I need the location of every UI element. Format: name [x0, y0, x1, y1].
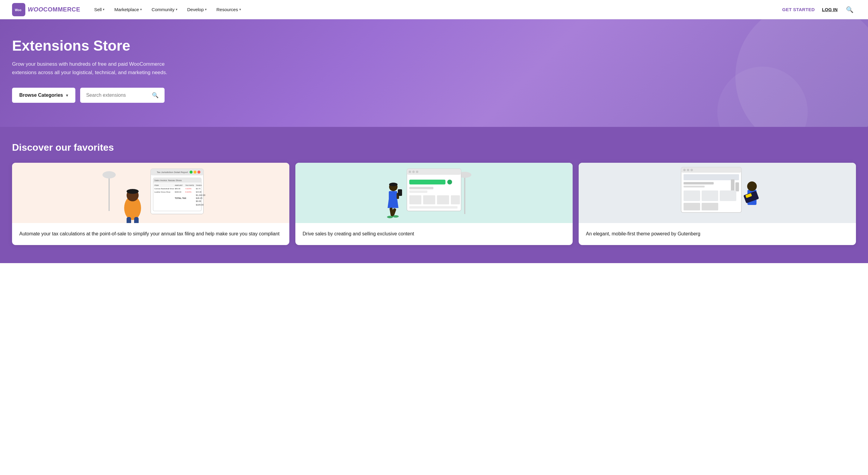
svg-text:TAX RATE: TAX RATE — [185, 185, 194, 186]
svg-text:Canvas Basketball Shoe: Canvas Basketball Shoe — [154, 188, 174, 190]
svg-text:$25.88: $25.88 — [196, 191, 202, 193]
hero-content: Extensions Store Grow your business with… — [12, 37, 223, 103]
card-content-body: Drive sales by creating and selling excl… — [296, 223, 572, 245]
discover-title: Discover our favorites — [12, 142, 856, 153]
woo-logo-icon: Woo — [12, 3, 25, 16]
login-button[interactable]: LOG IN — [821, 4, 839, 14]
svg-text:$26.25: $26.25 — [196, 197, 203, 199]
card-tax-description: Automate your tax calculations at the po… — [19, 230, 282, 238]
svg-point-4 — [102, 171, 116, 179]
svg-rect-18 — [153, 178, 201, 211]
svg-rect-73 — [684, 182, 714, 185]
svg-rect-8 — [127, 217, 131, 223]
nav-community[interactable]: Community ▾ — [147, 4, 182, 14]
svg-point-44 — [409, 170, 411, 173]
svg-point-15 — [193, 170, 196, 173]
svg-rect-3 — [108, 175, 110, 211]
chevron-down-icon: ▾ — [176, 7, 178, 11]
svg-rect-52 — [423, 195, 435, 204]
svg-text:Tax Jurisdiction Detail Report: Tax Jurisdiction Detail Report — [157, 171, 188, 173]
nav-develop[interactable]: Develop ▾ — [183, 4, 211, 14]
card-theme-body: An elegant, mobile-first theme powered b… — [579, 223, 856, 245]
svg-rect-53 — [437, 195, 449, 204]
svg-point-63 — [393, 215, 399, 218]
svg-point-16 — [190, 170, 193, 173]
svg-rect-76 — [735, 182, 739, 191]
svg-rect-68 — [681, 167, 741, 173]
chevron-down-icon: ▾ — [205, 7, 207, 11]
card-tax[interactable]: Tax Jurisdiction Detail Report Sales Inv… — [12, 163, 289, 245]
svg-rect-80 — [684, 203, 700, 210]
card-tax-image: Tax Jurisdiction Detail Report Sales Inv… — [12, 163, 289, 223]
svg-point-7 — [127, 189, 138, 194]
nav-marketplace[interactable]: Marketplace ▾ — [110, 4, 146, 14]
svg-point-71 — [690, 169, 693, 171]
nav-links: Sell ▾ Marketplace ▾ Community ▾ Develop… — [90, 4, 781, 14]
card-tax-body: Automate your tax calculations at the po… — [12, 223, 289, 245]
get-started-button[interactable]: GET STARTED — [781, 4, 816, 14]
svg-rect-49 — [409, 187, 433, 189]
search-icon[interactable]: 🔍 — [152, 92, 158, 99]
brand-name: WOOCOMMERCE — [28, 6, 80, 13]
chevron-down-icon: ▾ — [103, 7, 104, 11]
svg-rect-77 — [684, 190, 700, 201]
svg-point-62 — [387, 216, 393, 218]
discover-section: Discover our favorites — [0, 127, 868, 263]
browse-categories-button[interactable]: Browse Categories ▾ — [12, 88, 75, 103]
svg-rect-50 — [409, 190, 427, 193]
svg-text:Woo: Woo — [15, 8, 22, 11]
search-extensions-input[interactable] — [86, 93, 149, 98]
chevron-down-icon: ▾ — [140, 7, 142, 11]
svg-point-45 — [412, 170, 415, 173]
svg-rect-9 — [134, 217, 138, 223]
navbar-actions: GET STARTED LOG IN 🔍 — [781, 4, 856, 14]
svg-point-69 — [683, 169, 686, 171]
svg-text:TAXES: TAXES — [196, 185, 202, 186]
search-box: 🔍 — [80, 88, 164, 103]
svg-text:$3.70: $3.70 — [196, 188, 201, 190]
svg-text:ITEM: ITEM — [154, 185, 158, 186]
svg-rect-72 — [684, 174, 739, 180]
card-content-image — [296, 163, 572, 223]
svg-rect-75 — [731, 179, 735, 191]
svg-rect-40 — [464, 175, 465, 214]
card-content[interactable]: Drive sales by creating and selling excl… — [296, 163, 572, 245]
svg-rect-43 — [407, 169, 461, 175]
hero-title: Extensions Store — [12, 37, 223, 54]
nav-resources[interactable]: Resources ▾ — [212, 4, 245, 14]
navbar: Woo WOOCOMMERCE Sell ▾ Marketplace ▾ Com… — [0, 0, 868, 19]
svg-rect-74 — [684, 186, 705, 187]
svg-point-48 — [447, 180, 452, 185]
hero-controls: Browse Categories ▾ 🔍 — [12, 88, 223, 103]
svg-point-14 — [197, 170, 200, 173]
svg-marker-59 — [388, 199, 398, 208]
svg-text:Leather Dress Shoe: Leather Dress Shoe — [154, 191, 170, 193]
svg-rect-78 — [702, 190, 718, 201]
search-icon[interactable]: 🔍 — [844, 5, 856, 14]
hero-subtitle: Grow your business with hundreds of free… — [12, 60, 175, 77]
svg-point-70 — [687, 169, 689, 171]
svg-text:$0.00: $0.00 — [196, 200, 201, 202]
svg-text:$80.00: $80.00 — [175, 188, 181, 190]
svg-text:4.625%: 4.625% — [185, 188, 192, 190]
svg-rect-51 — [409, 195, 421, 204]
card-content-description: Drive sales by creating and selling excl… — [303, 230, 565, 238]
svg-text:$109.00: $109.00 — [196, 204, 204, 206]
svg-rect-42 — [407, 169, 461, 211]
svg-text:8.625%: 8.625% — [185, 191, 192, 193]
svg-point-57 — [389, 183, 398, 186]
svg-text:Sales Invoice: Nassau Shoes: Sales Invoice: Nassau Shoes — [154, 179, 182, 182]
card-theme[interactable]: An elegant, mobile-first theme powered b… — [579, 163, 856, 245]
svg-rect-65 — [398, 189, 402, 196]
card-theme-image — [579, 163, 856, 223]
cards-grid: Tax Jurisdiction Detail Report Sales Inv… — [12, 163, 856, 245]
chevron-down-icon: ▾ — [239, 7, 241, 11]
svg-rect-79 — [720, 190, 736, 201]
nav-sell[interactable]: Sell ▾ — [90, 4, 109, 14]
card-theme-description: An elegant, mobile-first theme powered b… — [586, 230, 849, 238]
chevron-down-icon: ▾ — [66, 93, 68, 98]
svg-text:$1,242.00: $1,242.00 — [196, 194, 205, 196]
brand-logo[interactable]: Woo WOOCOMMERCE — [12, 3, 80, 16]
hero-section: Extensions Store Grow your business with… — [0, 19, 868, 127]
svg-text:TOTAL TAX: TOTAL TAX — [175, 197, 186, 199]
